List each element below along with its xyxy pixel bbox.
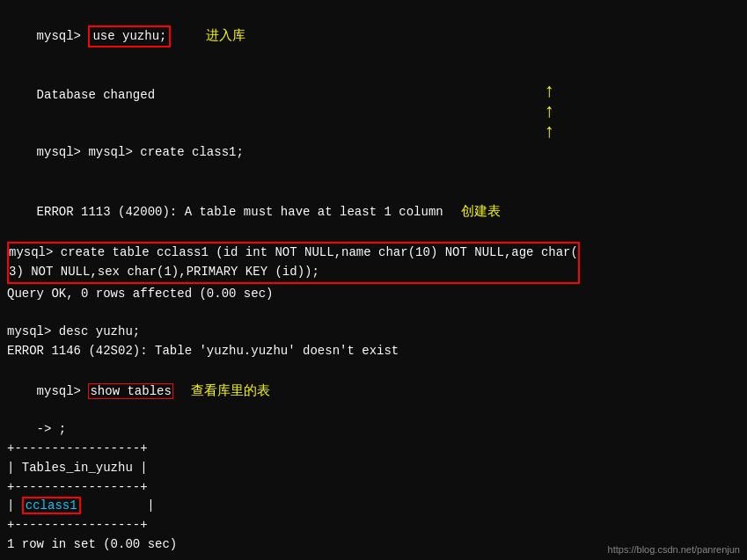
cmd-1: use yuzhu; bbox=[88, 25, 171, 48]
annotation-enter: 进入库 bbox=[206, 27, 245, 42]
table-row-cclass1: | cclass1 | bbox=[7, 497, 740, 516]
table-div-3: +-----------------+ bbox=[7, 516, 740, 535]
prompt-11: mysql> bbox=[37, 384, 89, 398]
cclass1-cell: cclass1 bbox=[22, 497, 81, 514]
line-11: mysql> show tables查看库里的表 bbox=[7, 360, 740, 420]
terminal: mysql> use yuzhu;进入库 Database changed my… bbox=[0, 0, 747, 560]
line-5: mysql> create table cclass1 (id int NOT … bbox=[9, 244, 578, 263]
line-9: mysql> desc yuzhu; bbox=[7, 323, 740, 342]
table-row-header: | Tables_in_yuzhu | bbox=[7, 459, 740, 478]
annotation-create-table: 创建表 bbox=[461, 203, 501, 218]
cmd-show-tables: show tables bbox=[88, 383, 172, 399]
arrow-up-icon-3: ↑ bbox=[544, 121, 555, 143]
output-db-changed: Database changed bbox=[37, 88, 155, 102]
create-table-block: mysql> create table cclass1 (id int NOT … bbox=[7, 242, 580, 283]
line-6: 3) NOT NULL,sex char(1),PRIMARY KEY (id)… bbox=[9, 263, 578, 282]
line-7: Query OK, 0 rows affected (0.00 sec) bbox=[7, 285, 740, 304]
line-10: ERROR 1146 (42S02): Table 'yuzhu.yuzhu' … bbox=[7, 342, 740, 361]
table-div-2: +-----------------+ bbox=[7, 478, 740, 498]
line-3: mysql> mysql> create class1; bbox=[7, 124, 740, 181]
blank-1 bbox=[7, 303, 740, 323]
line-1: mysql> use yuzhu;进入库 bbox=[7, 5, 740, 67]
prompt-1: mysql> bbox=[37, 29, 89, 43]
annotation-show-tables: 查看库里的表 bbox=[191, 382, 270, 397]
line-4: ERROR 1113 (42000): A table must have at… bbox=[7, 181, 740, 241]
line-2: Database changed bbox=[7, 67, 740, 124]
table-div-1: +-----------------+ bbox=[7, 440, 740, 459]
arrow-up-icon: ↑ bbox=[544, 81, 555, 103]
watermark: https://blog.csdn.net/panrenjun bbox=[608, 544, 740, 555]
line-12: -> ; bbox=[7, 420, 740, 440]
arrow-up-icon-2: ↑ bbox=[544, 101, 555, 123]
blank-2 bbox=[7, 554, 740, 560]
output-error1: ERROR 1113 (42000): A table must have at… bbox=[37, 205, 443, 219]
prompt-3: mysql> mysql> create class1; bbox=[37, 145, 244, 159]
